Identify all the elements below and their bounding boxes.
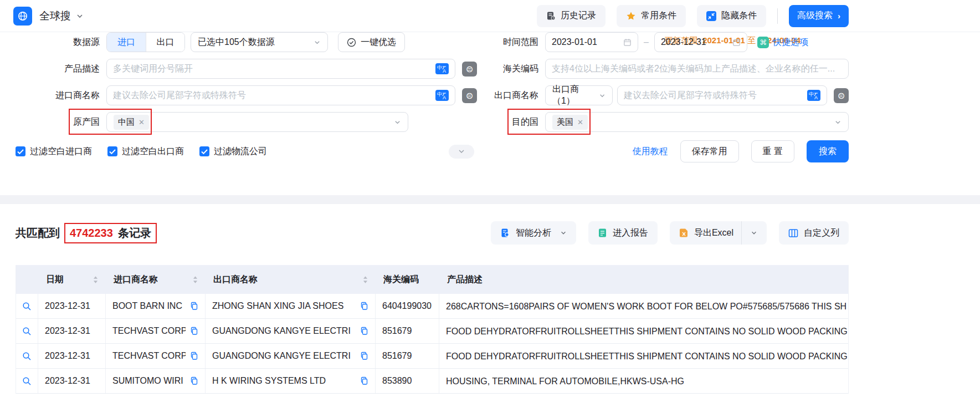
search-button[interactable]: 搜索 — [807, 140, 849, 162]
custom-columns-label: 自定义列 — [804, 227, 839, 239]
translate-icon[interactable]: 中 A — [435, 63, 449, 74]
magnifier-icon — [22, 352, 32, 361]
collapse-arrows-icon — [706, 11, 716, 21]
datasource-select-value: 已选中105个数据源 — [198, 37, 275, 48]
cell-exporter: GUANGDONG KANGYE ELECTRI — [206, 319, 376, 343]
filter-blank-importer-checkbox[interactable]: 过滤空白进口商 — [16, 146, 92, 157]
importer-name-input[interactable] — [113, 90, 431, 100]
exact-match-icon[interactable]: ⊜ — [462, 88, 477, 103]
exporter-type-select[interactable]: 出口商（1） — [545, 85, 613, 105]
dest-country-select[interactable]: 美国 ✕ — [545, 112, 849, 132]
quick-options-label: 快捷选项 — [773, 37, 808, 48]
segment-import[interactable]: 进口 — [107, 33, 146, 52]
app-switcher-chevron-icon[interactable] — [76, 12, 84, 20]
app-title: 全球搜 — [39, 9, 71, 23]
smart-analysis-button[interactable]: 智能分析 — [491, 221, 576, 245]
dest-country-tag: 美国 ✕ — [552, 115, 588, 130]
export-dropdown-chevron-icon[interactable] — [751, 230, 757, 236]
time-range-label: 时间范围 — [492, 37, 538, 48]
match-prefix: 共匹配到 — [16, 226, 60, 241]
filter-blank-importer-label: 过滤空白进口商 — [30, 146, 92, 157]
magnifier-icon — [22, 327, 32, 336]
table-row: 2023-12-31 BOOT BARN INC ZHONG SHAN XING… — [16, 294, 848, 319]
origin-country-select[interactable]: 中国 ✕ — [106, 112, 408, 132]
copy-icon[interactable] — [360, 302, 368, 311]
remove-tag-icon[interactable]: ✕ — [138, 118, 145, 126]
product-desc-input[interactable] — [113, 64, 431, 74]
hide-conditions-button[interactable]: 隐藏条件 — [697, 5, 766, 27]
sort-icon[interactable] — [193, 276, 198, 284]
filter-logistics-checkbox[interactable]: 过滤物流公司 — [199, 146, 267, 157]
one-click-optimize-button[interactable]: 一键优选 — [338, 32, 405, 52]
copy-icon[interactable] — [190, 377, 198, 385]
row-detail-button[interactable] — [16, 294, 38, 318]
cell-importer: BOOT BARN INC — [106, 294, 206, 318]
date-end-input[interactable]: 2023-12-31 — [654, 32, 747, 52]
chevron-down-icon — [599, 92, 606, 99]
header-expand-column — [16, 265, 38, 294]
filter-blank-exporter-checkbox[interactable]: 过滤空白出口商 — [107, 146, 184, 157]
cell-date: 2023-12-31 — [38, 319, 106, 343]
date-start-value: 2023-01-01 — [552, 37, 597, 47]
checkbox-checked-icon — [16, 146, 25, 156]
chevron-right-icon: › — [838, 11, 840, 21]
sort-icon[interactable] — [363, 276, 368, 284]
import-export-segment: 进口 出口 — [106, 32, 185, 52]
importer-name-label: 进口商名称 — [16, 90, 100, 101]
hs-code-input[interactable] — [552, 64, 842, 74]
quick-options-button[interactable]: ⌘ 快捷选项 — [757, 37, 808, 48]
collapse-conditions-button[interactable] — [449, 145, 474, 159]
favorites-label: 常用条件 — [641, 10, 676, 22]
cell-importer: TECHVAST CORP — [106, 319, 206, 343]
match-suffix: 条记录 — [118, 226, 151, 241]
chevron-down-icon — [458, 147, 465, 155]
remove-tag-icon[interactable]: ✕ — [577, 118, 583, 126]
date-start-input[interactable]: 2023-01-01 — [545, 32, 638, 52]
header-exporter[interactable]: 出口商名称 — [206, 265, 376, 294]
exact-match-icon[interactable]: ⊜ — [462, 62, 477, 77]
copy-icon[interactable] — [190, 352, 198, 360]
exporter-name-input[interactable] — [624, 90, 803, 100]
export-excel-button[interactable]: 导出Excel — [670, 221, 767, 245]
copy-icon[interactable] — [190, 302, 198, 311]
custom-columns-button[interactable]: 自定义列 — [779, 221, 849, 245]
command-icon: ⌘ — [757, 37, 769, 48]
row-detail-button[interactable] — [16, 369, 38, 393]
favorites-button[interactable]: 常用条件 — [617, 5, 686, 27]
sort-icon[interactable] — [93, 276, 98, 284]
history-button[interactable]: 历史记录 — [537, 5, 606, 27]
header-importer[interactable]: 进口商名称 — [106, 265, 206, 294]
chevron-down-icon — [560, 230, 567, 236]
row-detail-button[interactable] — [16, 319, 38, 343]
date-separator: – — [644, 37, 649, 47]
datasource-select[interactable]: 已选中105个数据源 — [191, 32, 328, 52]
product-desc-label: 产品描述 — [16, 63, 100, 75]
translate-icon[interactable]: 中 A — [807, 90, 820, 101]
advanced-search-button[interactable]: 高级搜索 › — [789, 5, 849, 27]
app-logo — [13, 7, 32, 26]
copy-icon[interactable] — [360, 327, 368, 335]
smart-analysis-label: 智能分析 — [516, 227, 551, 239]
copy-icon[interactable] — [360, 377, 368, 385]
copy-icon[interactable] — [360, 352, 368, 360]
translate-icon[interactable]: 中 A — [435, 90, 449, 101]
header-description-label: 产品描述 — [447, 274, 483, 286]
enter-report-button[interactable]: 进入报告 — [588, 221, 658, 245]
reset-button[interactable]: 重 置 — [751, 140, 794, 162]
segment-export[interactable]: 出口 — [146, 33, 184, 52]
header-date[interactable]: 日期 — [38, 265, 106, 294]
export-excel-label: 导出Excel — [694, 227, 733, 239]
exact-match-icon[interactable]: ⊜ — [834, 88, 849, 103]
row-detail-button[interactable] — [16, 344, 38, 368]
filter-row: 过滤空白进口商 过滤空白出口商 过滤物流公司 使用教程 保存常用 重 置 — [16, 140, 849, 163]
cell-hs-code: 851679 — [376, 319, 439, 343]
advanced-search-label: 高级搜索 — [797, 10, 833, 22]
cell-hs-code: 6404199030 — [376, 294, 439, 318]
hide-conditions-label: 隐藏条件 — [721, 10, 757, 22]
save-favorite-button[interactable]: 保存常用 — [680, 140, 739, 162]
tutorial-link[interactable]: 使用教程 — [633, 146, 668, 157]
match-count: 4742233 — [70, 227, 113, 240]
header-exporter-label: 出口商名称 — [213, 274, 258, 286]
svg-text:中: 中 — [809, 91, 814, 97]
copy-icon[interactable] — [190, 327, 198, 335]
